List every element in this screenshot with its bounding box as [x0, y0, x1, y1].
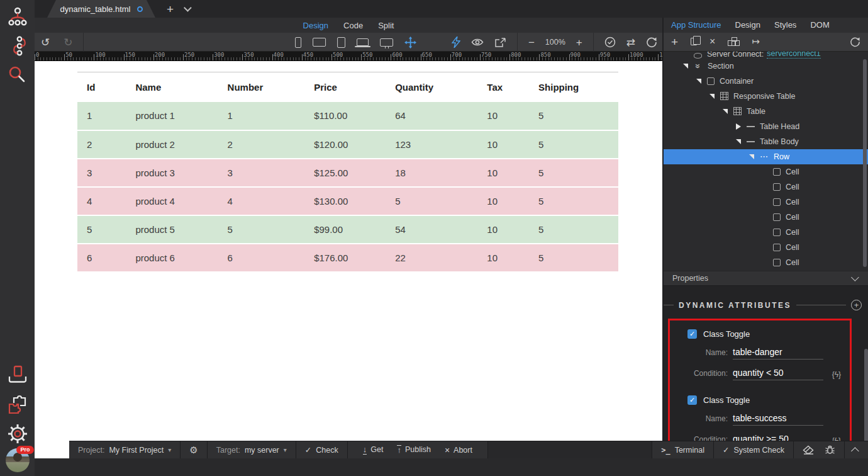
table-cell[interactable]: product 6 — [126, 244, 218, 272]
get-button[interactable]: ↓ Get — [357, 445, 390, 455]
preview-eye-icon[interactable] — [471, 38, 484, 47]
table-cell[interactable]: $176.00 — [304, 244, 386, 272]
table-cell[interactable]: 6 — [77, 244, 126, 272]
bug-icon[interactable] — [825, 445, 835, 455]
table-cell[interactable]: 3 — [77, 159, 126, 187]
class-name-input[interactable]: table-danger — [733, 347, 823, 360]
zoom-in-button[interactable]: + — [576, 37, 582, 48]
extensions-puzzle-icon[interactable] — [0, 390, 35, 419]
table-cell[interactable]: 5 — [529, 244, 618, 272]
collapse-arrow-icon[interactable] — [683, 64, 694, 69]
document-tab[interactable]: dynamic_table.html — [47, 0, 155, 18]
workflow-icon[interactable] — [0, 31, 35, 60]
table-cell[interactable]: product 5 — [126, 215, 218, 244]
table-cell[interactable]: 5 — [529, 130, 618, 159]
table-cell[interactable]: 5 — [529, 215, 618, 244]
validate-check-icon[interactable] — [604, 37, 616, 48]
open-in-browser-icon[interactable] — [494, 37, 506, 48]
components-icon[interactable] — [728, 37, 739, 46]
collapse-arrow-icon[interactable] — [736, 139, 747, 144]
table-cell[interactable]: 10 — [477, 215, 529, 244]
panel-tab-styles[interactable]: Styles — [774, 20, 796, 30]
properties-bar[interactable]: Properties — [664, 271, 868, 286]
phone-preview-icon[interactable] — [295, 37, 301, 48]
table-row[interactable]: 5product 55$99.0054105 — [77, 215, 618, 244]
search-icon[interactable] — [0, 60, 35, 89]
tree-item-cell[interactable]: Cell — [664, 195, 868, 210]
collapse-arrow-icon[interactable] — [749, 154, 760, 159]
table-cell[interactable]: 18 — [386, 159, 477, 187]
tree-item-cell[interactable]: Cell — [664, 179, 868, 195]
check-button[interactable]: ✓ Check — [296, 441, 348, 458]
table-row[interactable]: 2product 22$120.00123105 — [77, 130, 618, 159]
table-cell[interactable]: 10 — [477, 244, 529, 272]
save-tray-icon[interactable] — [0, 361, 35, 390]
view-tab-code[interactable]: Code — [343, 21, 363, 30]
table-cell[interactable]: 64 — [386, 102, 477, 130]
table-row[interactable]: 1product 11$110.0064105 — [77, 102, 618, 130]
table-cell[interactable]: product 4 — [126, 187, 218, 215]
add-dynamic-attribute-button[interactable]: + — [851, 300, 862, 310]
new-tab-button[interactable]: + — [167, 3, 174, 15]
table-row[interactable]: 6product 66$176.0022105 — [77, 244, 618, 272]
tree-item-table-body[interactable]: Table Body — [664, 134, 868, 149]
table-cell[interactable]: $125.00 — [304, 159, 386, 187]
table-row[interactable]: 4product 44$130.005105 — [77, 187, 618, 215]
tab-list-chevron-icon[interactable] — [184, 4, 192, 12]
panel-tab-design[interactable]: Design — [735, 20, 760, 30]
project-settings-button[interactable]: ⚙ — [181, 441, 207, 458]
tree-item-server-connect-[interactable]: Server Connect:serverconnect1 — [664, 52, 868, 59]
checkbox-checked-icon[interactable]: ✓ — [687, 395, 697, 405]
table-cell[interactable]: product 2 — [126, 130, 218, 159]
tree-item-responsive-table[interactable]: Responsive Table — [664, 89, 868, 104]
refresh-structure-icon[interactable] — [850, 37, 860, 47]
table-row[interactable]: 3product 33$125.0018105 — [77, 159, 618, 187]
fluid-move-icon[interactable] — [404, 37, 416, 48]
table-cell[interactable]: 3 — [218, 159, 305, 187]
user-avatar[interactable]: Pro — [6, 448, 30, 472]
table-cell[interactable]: 22 — [386, 244, 477, 272]
condition-input[interactable]: quantity < 50 — [733, 368, 823, 380]
table-cell[interactable]: 5 — [529, 159, 618, 187]
table-cell[interactable]: 2 — [218, 130, 305, 159]
desktop-preview-icon[interactable] — [380, 38, 393, 47]
table-cell[interactable]: $120.00 — [304, 130, 386, 159]
tree-item-cell[interactable]: Cell — [664, 164, 868, 179]
checkbox-checked-icon[interactable]: ✓ — [687, 329, 697, 339]
product-table[interactable]: IdNameNumberPriceQuantityTaxShipping 1pr… — [77, 72, 618, 273]
move-into-icon[interactable]: ↦ — [752, 36, 760, 47]
table-cell[interactable]: 2 — [77, 130, 126, 159]
publish-button[interactable]: ↑ Publish — [391, 445, 437, 455]
expand-arrow-icon[interactable] — [736, 123, 747, 130]
target-selector[interactable]: Target: my server ▾ — [208, 441, 296, 458]
tree-item-cell[interactable]: Cell — [664, 255, 868, 270]
zoom-out-button[interactable]: − — [528, 37, 535, 48]
table-cell[interactable]: 6 — [218, 244, 305, 272]
table-cell[interactable]: 4 — [77, 187, 126, 215]
redo-button[interactable]: ↻ — [64, 37, 72, 48]
abort-button[interactable]: × Abort — [438, 445, 479, 455]
sitemap-icon[interactable] — [0, 3, 35, 31]
panel-tab-dom[interactable]: DOM — [810, 20, 829, 30]
tree-item-container[interactable]: Container — [664, 74, 868, 89]
table-cell[interactable]: 5 — [77, 215, 126, 244]
collapse-arrow-icon[interactable] — [723, 109, 733, 114]
copy-icon[interactable] — [691, 38, 697, 45]
table-cell[interactable]: 10 — [477, 159, 529, 187]
tree-item-section[interactable]: »Section — [664, 59, 868, 74]
view-tab-split[interactable]: Split — [378, 21, 394, 30]
table-cell[interactable]: 10 — [477, 187, 529, 215]
tree-scrollbar[interactable] — [863, 59, 867, 267]
table-cell[interactable]: $110.00 — [304, 102, 386, 130]
collapse-statusbar-button[interactable] — [845, 441, 868, 458]
table-cell[interactable]: $99.00 — [304, 215, 386, 244]
table-cell[interactable]: 5 — [218, 215, 305, 244]
swap-arrows-icon[interactable]: ⇄ — [626, 36, 635, 49]
tree-item-cell[interactable]: Cell — [664, 225, 868, 240]
table-cell[interactable]: 123 — [386, 130, 477, 159]
undo-button[interactable]: ↺ — [41, 37, 50, 48]
laptop-preview-icon[interactable] — [357, 38, 369, 46]
tablet-portrait-preview-icon[interactable] — [337, 37, 345, 48]
settings-gear-icon[interactable] — [0, 419, 35, 448]
table-cell[interactable]: product 1 — [126, 102, 218, 130]
